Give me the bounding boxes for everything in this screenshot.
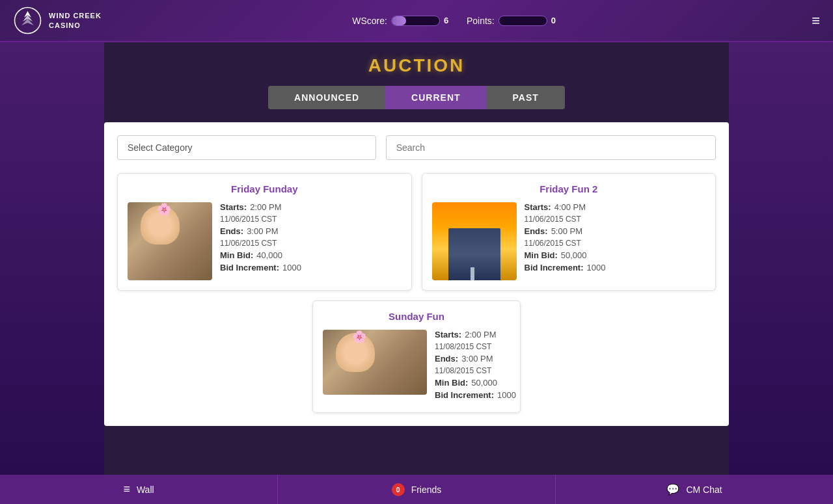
filter-row: Select Category bbox=[117, 135, 716, 160]
tab-current[interactable]: CURRENT bbox=[385, 86, 486, 109]
auction-card-friday-funday: Friday Funday Starts: 2:00 PM 11/06/2015… bbox=[117, 173, 412, 291]
card-image-friday-fun-2 bbox=[432, 202, 517, 280]
starts-date-2: 11/06/2015 CST bbox=[525, 215, 581, 224]
card-image-sunday-fun bbox=[323, 330, 427, 395]
starts-date-1: 11/06/2015 CST bbox=[220, 215, 277, 224]
ends-date-row-1: 11/06/2015 CST bbox=[220, 239, 402, 248]
ends-time-2: 5:00 PM bbox=[551, 226, 582, 236]
points-label: Points: bbox=[467, 16, 495, 26]
chat-label: CM Chat bbox=[686, 484, 722, 495]
bid-inc-row-3: Bid Increment: 1000 bbox=[435, 390, 516, 400]
menu-button[interactable]: ≡ bbox=[812, 12, 820, 29]
min-bid-label-1: Min Bid: bbox=[220, 250, 253, 260]
friends-label: Friends bbox=[411, 484, 442, 495]
card-info-sunday-fun: Starts: 2:00 PM 11/08/2015 CST Ends: 3:0… bbox=[435, 330, 516, 403]
logo-text: WIND CREEK CASINO bbox=[49, 11, 102, 30]
ends-date-1: 11/06/2015 CST bbox=[220, 239, 277, 248]
min-bid-value-3: 50,000 bbox=[471, 378, 497, 388]
starts-time-2: 4:00 PM bbox=[554, 202, 586, 212]
min-bid-row-2: Min Bid: 50,000 bbox=[525, 250, 706, 260]
friends-nav-item[interactable]: 0 Friends bbox=[278, 475, 556, 504]
ends-time-1: 3:00 PM bbox=[247, 226, 278, 236]
ends-row-1: Ends: 3:00 PM bbox=[220, 226, 402, 236]
category-select[interactable]: Select Category bbox=[117, 135, 376, 160]
wscore-bar bbox=[391, 16, 440, 26]
page-title: AUCTION bbox=[104, 55, 729, 76]
bid-inc-label-3: Bid Increment: bbox=[435, 390, 494, 400]
tab-announced[interactable]: ANNOUNCED bbox=[268, 86, 385, 109]
starts-label-1: Starts: bbox=[220, 202, 247, 212]
min-bid-row-1: Min Bid: 40,000 bbox=[220, 250, 402, 260]
content-panel: Select Category Friday Funday Starts: 2:… bbox=[104, 122, 729, 426]
min-bid-label-2: Min Bid: bbox=[525, 250, 558, 260]
starts-time-3: 2:00 PM bbox=[465, 330, 496, 339]
hotel-image bbox=[432, 202, 517, 280]
logo-area: WIND CREEK CASINO bbox=[13, 6, 102, 35]
starts-label-2: Starts: bbox=[525, 202, 551, 212]
bottom-bar: ≡ Wall 0 Friends 💬 CM Chat bbox=[0, 475, 833, 504]
min-bid-label-3: Min Bid: bbox=[435, 378, 468, 388]
card-body-sunday-fun: Starts: 2:00 PM 11/08/2015 CST Ends: 3:0… bbox=[323, 330, 510, 403]
card-info-friday-fun-2: Starts: 4:00 PM 11/06/2015 CST Ends: 5:0… bbox=[525, 202, 706, 280]
ends-row-2: Ends: 5:00 PM bbox=[525, 226, 706, 236]
header-scores: WScore: 6 Points: 0 bbox=[352, 16, 561, 26]
points-display: Points: 0 bbox=[467, 16, 561, 26]
ends-time-3: 3:00 PM bbox=[461, 354, 493, 364]
side-decoration-right bbox=[729, 42, 833, 475]
wall-nav-item[interactable]: ≡ Wall bbox=[0, 475, 278, 504]
bid-inc-value-3: 1000 bbox=[497, 390, 516, 400]
wall-icon: ≡ bbox=[123, 483, 130, 496]
tab-past[interactable]: PAST bbox=[487, 86, 565, 109]
starts-date-row-2: 11/06/2015 CST bbox=[525, 215, 706, 224]
auction-card-sunday-fun: Sunday Fun Starts: 2:00 PM 11/08/2015 CS… bbox=[312, 300, 521, 413]
top-cards-row: Friday Funday Starts: 2:00 PM 11/06/2015… bbox=[117, 173, 716, 291]
bid-inc-row-2: Bid Increment: 1000 bbox=[525, 263, 706, 272]
min-bid-value-2: 50,000 bbox=[561, 250, 587, 260]
points-value: 0 bbox=[551, 16, 561, 25]
card-title-friday-fun-2: Friday Fun 2 bbox=[432, 183, 706, 194]
ends-label-1: Ends: bbox=[220, 226, 243, 236]
search-input[interactable] bbox=[386, 135, 716, 160]
wscore-fill bbox=[392, 16, 406, 25]
spa-image bbox=[128, 202, 212, 280]
starts-row-1: Starts: 2:00 PM bbox=[220, 202, 402, 212]
card-body-friday-fun-2: Starts: 4:00 PM 11/06/2015 CST Ends: 5:0… bbox=[432, 202, 706, 280]
chat-icon: 💬 bbox=[666, 483, 679, 496]
ends-date-row-3: 11/08/2015 CST bbox=[435, 366, 516, 375]
bid-inc-label-1: Bid Increment: bbox=[220, 263, 279, 272]
starts-row-3: Starts: 2:00 PM bbox=[435, 330, 516, 339]
side-decoration-left bbox=[0, 42, 104, 475]
card-title-sunday-fun: Sunday Fun bbox=[323, 311, 510, 322]
starts-time-1: 2:00 PM bbox=[250, 202, 281, 212]
wscore-value: 6 bbox=[444, 16, 454, 25]
bid-inc-value-2: 1000 bbox=[587, 263, 606, 272]
ends-date-row-2: 11/06/2015 CST bbox=[525, 239, 706, 248]
starts-label-3: Starts: bbox=[435, 330, 461, 339]
min-bid-row-3: Min Bid: 50,000 bbox=[435, 378, 516, 388]
starts-date-row-3: 11/08/2015 CST bbox=[435, 342, 516, 351]
card-image-friday-funday bbox=[128, 202, 212, 280]
header: WIND CREEK CASINO WScore: 6 Points: 0 ≡ bbox=[0, 0, 833, 42]
points-bar bbox=[498, 16, 547, 26]
ends-date-2: 11/06/2015 CST bbox=[525, 239, 581, 248]
wscore-label: WScore: bbox=[352, 16, 387, 26]
starts-date-3: 11/08/2015 CST bbox=[435, 342, 491, 351]
auction-card-friday-fun-2: Friday Fun 2 Starts: 4:00 PM 11/06/2015 … bbox=[422, 173, 717, 291]
card-title-friday-funday: Friday Funday bbox=[128, 183, 402, 194]
logo-icon bbox=[13, 6, 42, 35]
spa-image-2 bbox=[323, 330, 427, 395]
bid-inc-label-2: Bid Increment: bbox=[525, 263, 584, 272]
min-bid-value-1: 40,000 bbox=[256, 250, 282, 260]
ends-label-3: Ends: bbox=[435, 354, 458, 364]
starts-date-row-1: 11/06/2015 CST bbox=[220, 215, 402, 224]
bid-inc-value-1: 1000 bbox=[282, 263, 301, 272]
ends-label-2: Ends: bbox=[525, 226, 548, 236]
card-info-friday-funday: Starts: 2:00 PM 11/06/2015 CST Ends: 3:0… bbox=[220, 202, 402, 280]
starts-row-2: Starts: 4:00 PM bbox=[525, 202, 706, 212]
wall-label: Wall bbox=[137, 484, 154, 495]
chat-nav-item[interactable]: 💬 CM Chat bbox=[556, 475, 833, 504]
card-body-friday-funday: Starts: 2:00 PM 11/06/2015 CST Ends: 3:0… bbox=[128, 202, 402, 280]
ends-row-3: Ends: 3:00 PM bbox=[435, 354, 516, 364]
ends-date-3: 11/08/2015 CST bbox=[435, 366, 491, 375]
bottom-cards-row: Sunday Fun Starts: 2:00 PM 11/08/2015 CS… bbox=[117, 300, 716, 413]
